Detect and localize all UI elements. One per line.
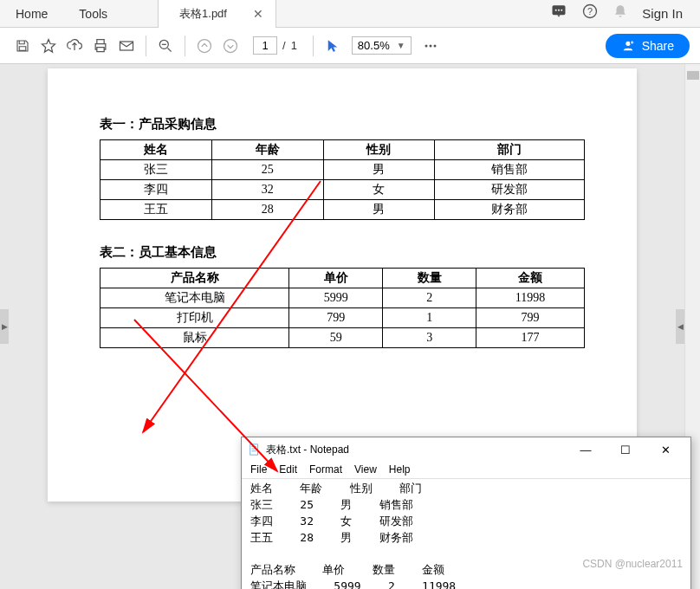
page-current-input[interactable] xyxy=(253,36,277,55)
share-user-icon xyxy=(621,39,635,53)
td: 11998 xyxy=(476,288,585,308)
menu-help[interactable]: Help xyxy=(389,463,411,476)
td: 女 xyxy=(323,180,435,200)
td: 笔记本电脑 xyxy=(100,288,289,308)
zoom-value: 80.5% xyxy=(358,39,390,52)
share-label: Share xyxy=(642,39,674,53)
td: 研发部 xyxy=(435,180,585,200)
td: 28 xyxy=(211,200,323,220)
td: 鼠标 xyxy=(100,328,289,348)
td: 25 xyxy=(211,160,323,180)
file-tab[interactable]: 表格1.pdf ✕ xyxy=(158,0,276,28)
help-icon[interactable]: ? xyxy=(581,3,599,24)
file-tab-name: 表格1.pdf xyxy=(179,6,227,22)
th: 单价 xyxy=(289,269,383,288)
td: 32 xyxy=(211,180,323,200)
save-icon[interactable] xyxy=(10,34,35,58)
separator xyxy=(146,36,146,56)
td: 王五 xyxy=(100,200,212,220)
svg-point-2 xyxy=(558,10,560,11)
toolbar: / 1 80.5% ▼ Share xyxy=(0,28,700,64)
right-panel-handle[interactable]: ◀ xyxy=(676,309,684,344)
svg-point-10 xyxy=(198,39,211,52)
notepad-body[interactable]: 姓名 年龄 性别 部门 张三 25 男 销售部 李四 32 女 研发部 王五 2… xyxy=(242,479,690,589)
share-button[interactable]: Share xyxy=(606,34,690,58)
page-down-icon[interactable] xyxy=(218,34,243,58)
svg-point-12 xyxy=(425,44,427,47)
chat-icon[interactable] xyxy=(550,3,567,24)
table2: 产品名称 单价 数量 金额 笔记本电脑5999211998 打印机7991799… xyxy=(100,268,585,348)
td: 5999 xyxy=(289,288,383,308)
chevron-down-icon: ▼ xyxy=(397,41,405,50)
td: 张三 xyxy=(100,160,212,180)
page-slash: / xyxy=(282,39,286,52)
close-tab-icon[interactable]: ✕ xyxy=(253,7,263,21)
home-tab[interactable]: Home xyxy=(0,0,63,28)
table1-title: 表一：产品采购信息 xyxy=(100,116,585,133)
menu-file[interactable]: File xyxy=(250,463,267,476)
cursor-icon[interactable] xyxy=(321,34,345,58)
td: 李四 xyxy=(100,180,212,200)
title-tabs: Home Tools 表格1.pdf ✕ ? Sign In xyxy=(0,0,700,28)
td: 财务部 xyxy=(435,200,585,220)
menu-format[interactable]: Format xyxy=(309,463,342,476)
tools-tab[interactable]: Tools xyxy=(63,0,123,28)
notepad-icon xyxy=(249,443,261,456)
more-icon[interactable] xyxy=(418,34,443,58)
th: 姓名 xyxy=(100,140,212,160)
th: 部门 xyxy=(435,140,585,160)
svg-rect-6 xyxy=(120,42,133,50)
th: 数量 xyxy=(383,269,476,288)
page-total: 1 xyxy=(291,39,297,52)
notepad-title-text: 表格.txt - Notepad xyxy=(266,443,349,457)
separator xyxy=(313,36,314,56)
notepad-titlebar[interactable]: 表格.txt - Notepad — ☐ ✕ xyxy=(242,437,690,462)
svg-rect-21 xyxy=(250,444,258,455)
svg-point-3 xyxy=(561,10,563,11)
td: 799 xyxy=(476,308,585,328)
page-up-icon[interactable] xyxy=(192,34,217,58)
svg-point-11 xyxy=(224,39,237,52)
svg-point-1 xyxy=(555,10,557,11)
svg-line-8 xyxy=(168,48,172,51)
td: 2 xyxy=(383,288,476,308)
close-button[interactable]: ✕ xyxy=(647,439,684,460)
maximize-button[interactable]: ☐ xyxy=(607,439,644,460)
zoom-select[interactable]: 80.5% ▼ xyxy=(352,36,412,55)
left-panel-handle[interactable]: ▶ xyxy=(0,309,9,344)
email-icon[interactable] xyxy=(114,34,139,58)
menu-view[interactable]: View xyxy=(354,463,377,476)
th: 年龄 xyxy=(211,140,323,160)
th: 产品名称 xyxy=(100,269,289,288)
td: 3 xyxy=(383,328,476,348)
document-area: ▶ ◀ 表一：产品采购信息 姓名 年龄 性别 部门 张三25男销售部 李四32女… xyxy=(0,64,700,589)
watermark: CSDN @nuclear2011 xyxy=(582,558,683,570)
td: 177 xyxy=(476,328,585,348)
zoom-out-icon[interactable] xyxy=(153,34,178,58)
th: 性别 xyxy=(323,140,435,160)
menu-edit[interactable]: Edit xyxy=(279,463,297,476)
td: 1 xyxy=(383,308,476,328)
svg-point-13 xyxy=(429,44,431,47)
print-icon[interactable] xyxy=(88,34,113,58)
td: 打印机 xyxy=(100,308,289,328)
td: 799 xyxy=(289,308,383,328)
table2-title: 表二：员工基本信息 xyxy=(100,244,585,261)
svg-point-14 xyxy=(433,44,436,47)
td: 59 xyxy=(289,328,383,348)
th: 金额 xyxy=(476,269,585,288)
page-indicator: / 1 xyxy=(253,36,297,55)
table1: 姓名 年龄 性别 部门 张三25男销售部 李四32女研发部 王五28男财务部 xyxy=(100,139,585,220)
signin-link[interactable]: Sign In xyxy=(642,6,683,21)
minimize-button[interactable]: — xyxy=(567,439,604,460)
td: 男 xyxy=(323,160,435,180)
notepad-menu: File Edit Format View Help xyxy=(242,462,690,479)
td: 销售部 xyxy=(435,160,585,180)
bell-icon[interactable] xyxy=(612,3,628,23)
separator xyxy=(185,36,185,56)
td: 男 xyxy=(323,200,435,220)
upload-cloud-icon[interactable] xyxy=(62,34,87,58)
svg-point-15 xyxy=(625,41,630,45)
star-icon[interactable] xyxy=(36,34,61,58)
svg-text:?: ? xyxy=(587,6,593,16)
